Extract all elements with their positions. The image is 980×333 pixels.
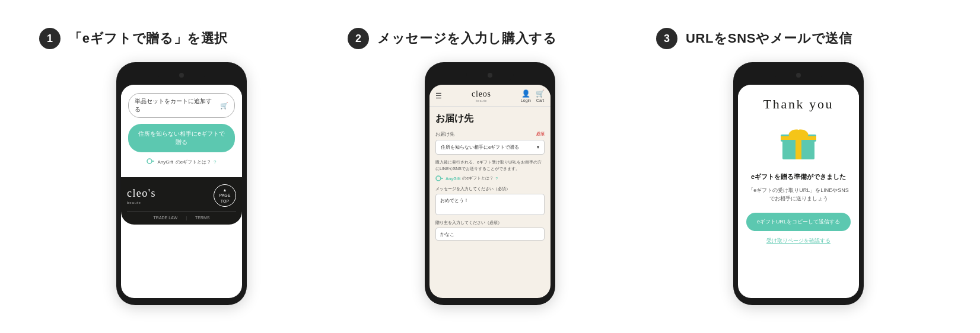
screen2-question-icon: ?: [495, 177, 498, 181]
step-2-header: 2 メッセージを入力し購入する: [336, 28, 557, 49]
screen3-copy-button[interactable]: eギフトURLをコピーして送信する: [746, 213, 851, 231]
screen1-brand: cleo's beaute ▲ PAGE TOP: [127, 184, 236, 207]
screen2-field-label: お届け先: [435, 131, 454, 137]
main-container: 1 「eギフトで贈る」を選択 単品セットをカートに追加する 🛒 住所を知らない相…: [0, 10, 980, 323]
question-icon: ?: [214, 159, 216, 165]
screen1-footer: TRADE LAW | TERMS: [127, 212, 236, 220]
screen3-body: Thank you: [738, 85, 859, 253]
page-top-top: TOP: [221, 198, 229, 204]
brand-sub: beaute: [127, 201, 156, 204]
screen2-select-value: 住所を知らない相手にeギフトで贈る: [441, 144, 519, 151]
screen2-header-icons: 👤 Login 🛒 Cart: [521, 89, 545, 103]
phone-1-camera: [179, 73, 184, 78]
screen1-bottom: cleo's beaute ▲ PAGE TOP TRADE LAW | TER…: [121, 177, 242, 225]
cart-label: Cart: [536, 98, 544, 103]
screen3-desc: 「eギフトの受け取りURL」をLINEやSNSでお相手に送りましょう: [746, 186, 851, 203]
screen1-top: 単品セットをカートに追加する 🛒 住所を知らない相手にeギフトで贈る AnyGi…: [121, 85, 242, 177]
anygift-logo: [147, 158, 155, 165]
brand-name: cleo's: [127, 187, 156, 200]
screen1-cart-button[interactable]: 単品セットをカートに追加する 🛒: [128, 93, 235, 118]
screen2-anygift-logo: AnyGift: [446, 177, 460, 181]
screen1-anygift: AnyGift のeギフトとは？ ?: [128, 158, 235, 165]
step-2-number: 2: [348, 28, 369, 49]
step-1: 1 「eギフトで贈る」を選択 単品セットをカートに追加する 🛒 住所を知らない相…: [27, 28, 336, 305]
login-label: Login: [521, 98, 531, 103]
phone-1-mockup: 単品セットをカートに追加する 🛒 住所を知らない相手にeギフトで贈る AnyGi…: [116, 62, 247, 305]
screen2-required: 必須: [536, 131, 545, 137]
phone-2-mockup: ☰ cleos beaute 👤 Login 🛒 Cart: [425, 62, 555, 305]
phone-2-screen: ☰ cleos beaute 👤 Login 🛒 Cart: [429, 85, 551, 298]
screen2-message-label: メッセージを入力してください（必須）: [435, 186, 545, 192]
svg-point-0: [147, 159, 152, 164]
footer-terms[interactable]: TERMS: [195, 216, 210, 220]
user-icon: 👤: [521, 89, 530, 98]
screen2-select[interactable]: 住所を知らない相手にeギフトで贈る ▾: [435, 140, 545, 155]
screen2-anygift-link[interactable]: のeギフトとは？: [462, 175, 494, 181]
screen2-logo-sub: beaute: [472, 99, 491, 103]
step-1-number: 1: [39, 28, 61, 49]
screen2-message-input[interactable]: おめでとう！: [435, 194, 545, 215]
screen2-field-label-row: お届け先 必須: [435, 131, 545, 137]
screen2-page-title: お届け先: [435, 113, 545, 125]
phone-2-camera: [488, 73, 492, 78]
cart-icon: 🛒: [536, 89, 545, 98]
screen2-header: ☰ cleos beaute 👤 Login 🛒 Cart: [429, 85, 551, 107]
screen2-sender-input[interactable]: かなこ: [435, 228, 545, 241]
step-2-title: メッセージを入力し購入する: [377, 30, 557, 47]
step-3: 3 URLをSNSやメールで送信 Thank you: [644, 28, 953, 305]
step-2: 2 メッセージを入力し購入する ☰ cleos beaute 👤 Log: [336, 28, 644, 305]
page-top-button[interactable]: ▲ PAGE TOP: [214, 184, 236, 207]
svg-point-10: [796, 132, 801, 137]
step-3-header: 3 URLをSNSやメールで送信: [644, 28, 852, 49]
page-top-label: PAGE: [219, 193, 231, 198]
cart-icon: 🛒: [220, 102, 228, 110]
anygift-label: AnyGift: [157, 159, 173, 165]
phone-1-notch: [158, 69, 205, 81]
screen2-sender-label: 贈り主を入力してください（必須）: [435, 220, 545, 226]
screen2-logo-area: cleos beaute: [472, 89, 491, 103]
screen2-logo: cleos: [472, 89, 491, 99]
footer-trade-law[interactable]: TRADE LAW: [154, 216, 178, 220]
svg-point-2: [436, 176, 441, 181]
step-1-title: 「eギフトで贈る」を選択: [69, 30, 228, 47]
phone-3-mockup: Thank you: [733, 62, 864, 305]
step-1-header: 1 「eギフトで贈る」を選択: [27, 28, 228, 49]
chevron-down-icon: ▾: [537, 145, 539, 150]
screen1-cart-label: 単品セットをカートに追加する: [135, 97, 217, 114]
phone-3-notch: [775, 69, 822, 81]
page-top-arrow: ▲: [223, 187, 227, 193]
screen1-gift-button[interactable]: 住所を知らない相手にeギフトで贈る: [128, 124, 235, 152]
screen3-thank-you: Thank you: [746, 97, 851, 112]
login-icon-group[interactable]: 👤 Login: [521, 89, 531, 103]
screen3-ready-text: eギフトを贈る準備ができました: [746, 172, 851, 181]
hamburger-icon[interactable]: ☰: [435, 92, 442, 100]
phone-2-notch: [466, 69, 514, 81]
step-3-number: 3: [656, 28, 677, 49]
screen3-view-link[interactable]: 受け取りページを確認する: [746, 237, 851, 245]
phone-1-screen: 単品セットをカートに追加する 🛒 住所を知らない相手にeギフトで贈る AnyGi…: [121, 85, 242, 298]
screen2-anygift: AnyGift のeギフトとは？ ?: [435, 175, 545, 181]
phone-3-screen: Thank you: [738, 85, 859, 298]
step-3-title: URLをSNSやメールで送信: [686, 30, 852, 47]
footer-divider: |: [186, 216, 187, 220]
screen2-body: お届け先 お届け先 必須 住所を知らない相手にeギフトで贈る ▾ 購入後に発行さ…: [429, 107, 551, 246]
phone-3-camera: [796, 73, 801, 78]
brand-text: cleo's beaute: [127, 187, 156, 204]
screen2-desc: 購入後に発行される、eギフト受け取りURLをお相手の方にLINEやSNSでお送り…: [435, 159, 545, 172]
gift-icon: [778, 121, 819, 163]
cart-icon-group[interactable]: 🛒 Cart: [536, 89, 545, 103]
anygift-link[interactable]: のeギフトとは？: [176, 159, 211, 165]
